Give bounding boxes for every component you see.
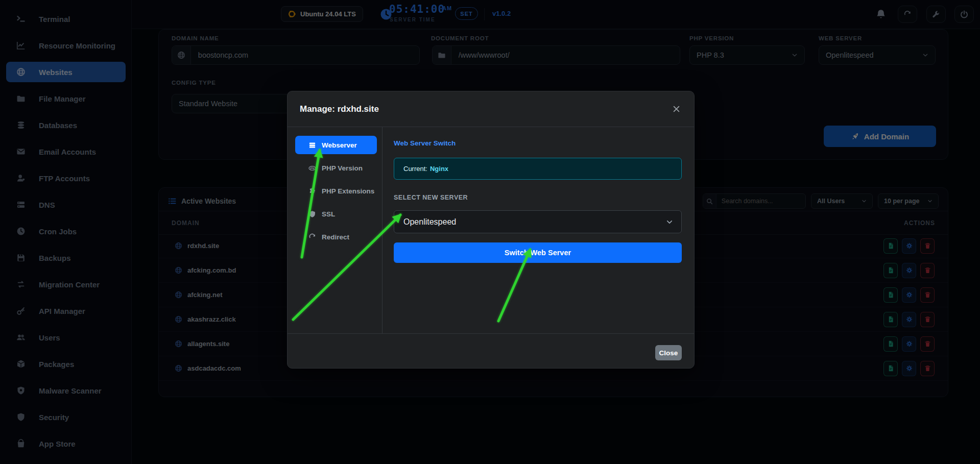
modal-title: Manage: rdxhd.site	[300, 104, 379, 114]
current-server-alert: Current: Nginx	[394, 158, 682, 180]
close-button[interactable]: Close	[655, 345, 682, 360]
modal-tab-php-version[interactable]: phpPHP Version	[295, 159, 377, 177]
modal-tab-label: Redirect	[322, 233, 349, 241]
new-server-select[interactable]: Openlitespeed	[394, 210, 682, 233]
redirect-icon	[308, 233, 316, 241]
new-server-value: Openlitespeed	[403, 217, 456, 227]
current-server-value: Nginx	[430, 165, 448, 173]
switch-web-server-button[interactable]: Switch Web Server	[394, 242, 682, 263]
puzzle-icon	[308, 187, 316, 195]
shield-icon	[308, 210, 316, 218]
current-label: Current:	[403, 165, 427, 173]
select-server-label: SELECT NEW SERVER	[394, 194, 468, 201]
close-icon[interactable]	[672, 105, 681, 113]
modal-header: Manage: rdxhd.site	[288, 91, 694, 127]
php-icon: php	[308, 164, 316, 172]
modal-tab-webserver[interactable]: Webserver	[295, 136, 377, 154]
bars-icon	[308, 141, 316, 149]
modal-tab-php-extensions[interactable]: PHP Extensions	[295, 182, 377, 200]
modal-tab-ssl[interactable]: SSL	[295, 205, 377, 223]
modal-tab-label: PHP Version	[322, 164, 363, 172]
chevron-down-icon	[666, 218, 673, 226]
modal-tab-divider	[382, 127, 383, 333]
modal-tab-label: PHP Extensions	[322, 187, 374, 195]
svg-text:php: php	[310, 167, 315, 169]
manage-domain-modal: Manage: rdxhd.site WebserverphpPHP Versi…	[287, 91, 695, 369]
modal-tab-label: Webserver	[322, 141, 357, 149]
app-window: TerminalResource MonitoringWebsitesFile …	[0, 0, 980, 464]
modal-tab-label: SSL	[322, 210, 335, 218]
modal-footer: Close	[288, 333, 694, 369]
section-title: Web Server Switch	[394, 139, 456, 147]
modal-tab-list: WebserverphpPHP VersionPHP ExtensionsSSL…	[295, 136, 377, 251]
modal-tab-redirect[interactable]: Redirect	[295, 228, 377, 246]
